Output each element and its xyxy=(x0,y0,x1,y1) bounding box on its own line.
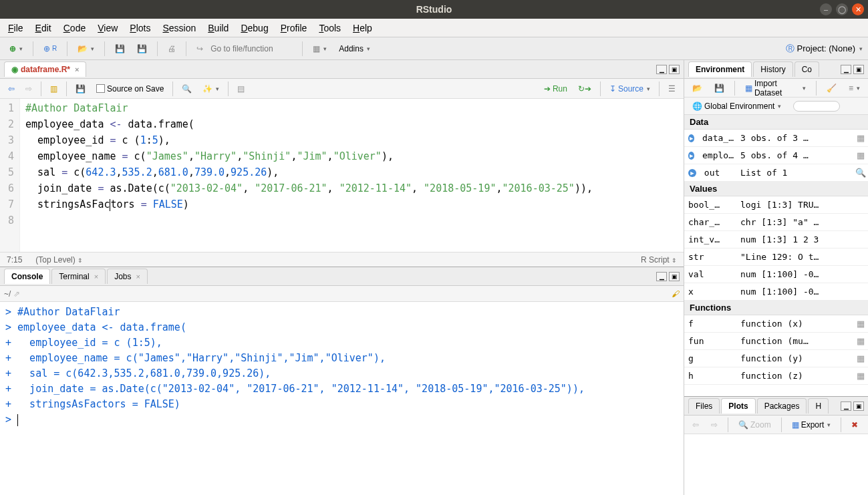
jobs-tab[interactable]: Jobs× xyxy=(107,269,148,284)
env-row-employee[interactable]: ▶ emplo…5 obs. of 4 …▦ xyxy=(684,147,868,164)
maximize-pane-icon[interactable]: ▣ xyxy=(669,65,680,74)
menu-profile[interactable]: Profile xyxy=(281,23,307,33)
zoom-button[interactable]: 🔍 Zoom xyxy=(734,418,775,432)
back-button[interactable]: ⇦ xyxy=(4,81,19,96)
wand-button[interactable]: ✨▾ xyxy=(198,81,223,96)
env-scope-selector[interactable]: 🌐 Global Environment▾ xyxy=(688,99,785,114)
packages-tab[interactable]: Packages xyxy=(757,398,807,414)
remove-plot-button[interactable]: ✖ xyxy=(847,418,862,432)
maximize-plots-icon[interactable]: ▣ xyxy=(853,401,864,411)
source-on-save-label: Source on Save xyxy=(107,84,164,94)
code-content: #Author DataFlair employee_data <- data.… xyxy=(20,99,598,252)
open-file-button[interactable]: 📂▾ xyxy=(74,41,98,56)
env-row[interactable]: funfunction (mu…▦ xyxy=(684,333,868,350)
env-row[interactable]: gfunction (y)▦ xyxy=(684,350,868,367)
forward-button[interactable]: ⇨ xyxy=(21,81,36,96)
menu-session[interactable]: Session xyxy=(162,23,196,33)
env-row[interactable]: ffunction (x)▦ xyxy=(684,315,868,333)
goto-file-input[interactable] xyxy=(205,42,292,55)
prev-plot-button[interactable]: ⇦ xyxy=(688,418,703,432)
addins-grid-icon[interactable]: ▦▾ xyxy=(309,41,331,56)
menu-edit[interactable]: Edit xyxy=(35,23,51,33)
language-selector[interactable]: R Script ⇕ xyxy=(641,255,677,265)
view-table-icon[interactable]: ▦ xyxy=(853,150,868,160)
env-row[interactable]: bool_…logi [1:3] TRU… xyxy=(684,196,868,214)
run-button[interactable]: ➔ Run xyxy=(540,81,571,96)
notebook-button[interactable]: ▤ xyxy=(233,81,249,96)
source-button[interactable]: ↧ Source▾ xyxy=(605,81,654,96)
find-button[interactable]: 🔍 xyxy=(178,81,196,96)
menu-tools[interactable]: Tools xyxy=(319,23,341,33)
save-button[interactable]: 💾 xyxy=(111,41,129,56)
source-tab[interactable]: ◉ dataframe.R* × xyxy=(4,61,86,77)
goto-file[interactable]: ↪ xyxy=(192,39,296,58)
clear-console-icon[interactable]: 🖌 xyxy=(672,289,680,299)
environment-tab[interactable]: Environment xyxy=(688,61,752,77)
load-workspace-button[interactable]: 📂 xyxy=(688,81,706,96)
env-row[interactable]: xnum [1:100] -0… xyxy=(684,283,868,301)
terminal-tab[interactable]: Terminal× xyxy=(51,269,106,284)
editor-statusbar: 7:15 (Top Level) ⇕ R Script ⇕ xyxy=(0,252,684,267)
view-fn-icon[interactable]: ▦ xyxy=(853,319,868,329)
save-workspace-button[interactable]: 💾 xyxy=(710,81,728,96)
minimize-plots-icon[interactable]: ▁ xyxy=(841,401,851,411)
env-row[interactable]: int_v…num [1:3] 1 2 3 xyxy=(684,231,868,249)
source-on-save-check[interactable]: Source on Save xyxy=(92,81,168,96)
console-cwd: ~/ ⇗ xyxy=(4,289,20,299)
outline-button[interactable]: ☰ xyxy=(664,81,680,96)
view-fn-icon[interactable]: ▦ xyxy=(853,353,868,363)
env-row[interactable]: hfunction (z)▦ xyxy=(684,367,868,385)
rerun-button[interactable]: ↻➔ xyxy=(574,81,595,96)
minimize-console-icon[interactable]: ▁ xyxy=(656,272,667,281)
export-button[interactable]: ▦ Export▾ xyxy=(788,418,835,432)
env-row[interactable]: char_…chr [1:3] "a" … xyxy=(684,214,868,231)
save-source-button[interactable]: 💾 xyxy=(71,81,90,96)
clear-env-button[interactable]: 🧹 xyxy=(823,81,841,96)
scope-selector[interactable]: (Top Level) ⇕ xyxy=(35,255,83,265)
view-fn-icon[interactable]: ▦ xyxy=(853,336,868,346)
print-button[interactable]: 🖨 xyxy=(164,41,180,56)
view-fn-icon[interactable]: ▦ xyxy=(853,371,868,381)
minimize-env-icon[interactable]: ▁ xyxy=(841,65,851,74)
maximize-console-icon[interactable]: ▣ xyxy=(669,272,680,281)
menu-code[interactable]: Code xyxy=(63,23,86,33)
addins-button[interactable]: Addins▾ xyxy=(335,41,374,56)
maximize-env-icon[interactable]: ▣ xyxy=(853,65,864,74)
inspect-icon[interactable]: 🔍 xyxy=(853,168,868,178)
view-table-icon[interactable]: ▦ xyxy=(853,133,868,143)
minimize-pane-icon[interactable]: ▁ xyxy=(656,65,667,74)
plots-tab[interactable]: Plots xyxy=(721,398,755,414)
env-row[interactable]: valnum [1:100] -0… xyxy=(684,266,868,283)
console-tab[interactable]: Console xyxy=(4,269,50,284)
files-tab[interactable]: Files xyxy=(688,398,720,414)
new-project-button[interactable]: ⊕R xyxy=(39,41,61,56)
project-menu[interactable]: Ⓡ Project: (None) ▾ xyxy=(786,43,863,55)
titlebar: RStudio – ◯ ✕ xyxy=(0,0,868,19)
connections-tab[interactable]: Co xyxy=(794,61,819,77)
env-row[interactable]: str"Line 129: O t… xyxy=(684,249,868,266)
window-close[interactable]: ✕ xyxy=(852,3,864,15)
new-file-button[interactable]: ⊕▾ xyxy=(5,41,27,56)
env-row-data-frame[interactable]: ▶ data_…3 obs. of 3 …▦ xyxy=(684,130,868,147)
env-search[interactable] xyxy=(793,101,840,112)
history-tab[interactable]: History xyxy=(753,61,792,77)
save-all-button[interactable]: 💾 xyxy=(133,41,151,56)
window-maximize[interactable]: ◯ xyxy=(836,3,848,15)
menu-file[interactable]: File xyxy=(8,23,23,33)
menu-help[interactable]: Help xyxy=(353,23,372,33)
window-title: RStudio xyxy=(416,4,452,15)
menu-build[interactable]: Build xyxy=(208,23,229,33)
menu-debug[interactable]: Debug xyxy=(241,23,268,33)
show-in-new-window-button[interactable]: ▥ xyxy=(46,81,61,96)
env-row-out[interactable]: ▶ outList of 1🔍 xyxy=(684,164,868,182)
menu-view[interactable]: View xyxy=(98,23,118,33)
import-dataset-button[interactable]: ▦ Import Dataset▾ xyxy=(741,76,810,100)
help-tab[interactable]: H xyxy=(808,398,829,414)
env-list-view-button[interactable]: ≡▾ xyxy=(845,81,864,96)
window-minimize[interactable]: – xyxy=(820,3,832,15)
next-plot-button[interactable]: ⇨ xyxy=(707,418,722,432)
code-editor[interactable]: 12345678 #Author DataFlair employee_data… xyxy=(0,99,684,252)
menu-plots[interactable]: Plots xyxy=(130,23,150,33)
close-tab-icon[interactable]: × xyxy=(75,65,79,73)
console-output[interactable]: > #Author DataFlair > employee_data <- d… xyxy=(0,302,684,495)
